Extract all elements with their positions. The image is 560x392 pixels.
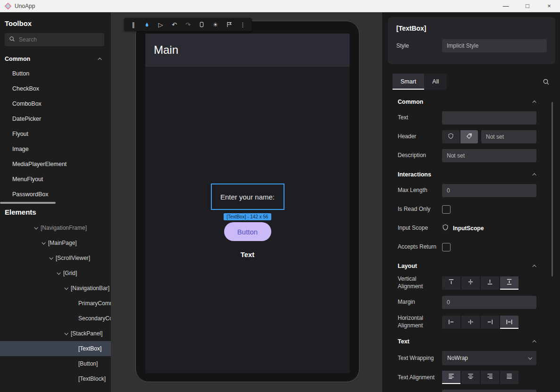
property-row-placeholder: Placeholder	[398, 390, 536, 392]
align-hcenter-button[interactable]	[461, 316, 480, 329]
device-frame-icon[interactable]	[197, 18, 206, 31]
placeholder-input[interactable]	[442, 390, 536, 392]
search-icon[interactable]	[543, 78, 550, 85]
tree-item[interactable]: [NavigationBar]	[0, 281, 111, 296]
header-input[interactable]	[481, 130, 536, 143]
tree-item[interactable]: SecondaryCo	[0, 311, 111, 326]
description-input[interactable]	[442, 149, 536, 162]
toolbox-scrollbar-thumb[interactable]	[0, 202, 56, 204]
text-align-justify-button[interactable]	[500, 371, 518, 384]
maximize-button[interactable]: □	[517, 0, 538, 12]
align-bottom-button[interactable]	[481, 276, 499, 290]
redo-icon[interactable]: ↷	[184, 18, 192, 31]
vertical-alignment-group	[442, 276, 518, 290]
section-common[interactable]: Common	[398, 95, 536, 108]
window-controls: — □ ×	[495, 0, 560, 12]
toolbox-item[interactable]: Image	[0, 142, 111, 157]
align-top-button[interactable]	[442, 276, 460, 290]
shield-icon	[448, 133, 454, 141]
chevron-up-icon	[532, 265, 536, 268]
minimize-button[interactable]: —	[495, 0, 517, 12]
header-literal-toggle[interactable]	[460, 130, 478, 143]
canvas-textblock[interactable]: Text	[241, 250, 255, 259]
header-property-label: Header	[398, 133, 442, 141]
navigation-bar[interactable]: Main	[145, 33, 350, 67]
guides-icon[interactable]	[225, 18, 234, 31]
tree-item[interactable]: [MainPage]	[0, 235, 111, 250]
canvas-textbox[interactable]: Enter your name:	[211, 183, 284, 210]
section-interactions[interactable]: Interactions	[398, 168, 536, 181]
tree-item-label: [NavigationBar]	[70, 285, 109, 292]
align-right-button[interactable]	[481, 316, 499, 329]
accepts-return-label: Accepts Return	[398, 243, 442, 251]
tree-item[interactable]: [Grid]	[0, 266, 111, 281]
max-length-input[interactable]	[442, 184, 536, 197]
text-input[interactable]	[442, 111, 536, 125]
toolbox-item[interactable]: CheckBox	[0, 81, 111, 96]
tree-item[interactable]: [TextBlock]	[0, 371, 111, 386]
align-vcenter-button[interactable]	[461, 276, 480, 290]
search-input[interactable]	[19, 36, 100, 43]
toolbox-search[interactable]	[5, 33, 104, 46]
close-button[interactable]: ×	[538, 0, 560, 12]
toolbox-item[interactable]: Button	[0, 66, 111, 81]
toolbox-item-label: Button	[12, 70, 29, 77]
text-align-right-button[interactable]	[481, 371, 499, 384]
tab-smart[interactable]: Smart	[393, 74, 424, 90]
toolbox-item[interactable]: MediaPlayerElement	[0, 157, 111, 172]
text-align-right-icon	[486, 373, 493, 382]
section-layout[interactable]: Layout	[398, 259, 536, 273]
toolbox-item[interactable]: MenuFlyout	[0, 172, 111, 187]
tree-item[interactable]: [Button]	[0, 356, 111, 371]
toolbox-list: Button CheckBox ComboBox DatePicker Flyo…	[0, 66, 111, 202]
toolbox-item[interactable]: ComboBox	[0, 96, 111, 111]
tree-item[interactable]: [ScrollViewer]	[0, 250, 111, 266]
theme-icon[interactable]: ☀	[211, 18, 220, 31]
margin-input[interactable]	[442, 296, 536, 309]
toolbox-section-common[interactable]: Common	[0, 52, 111, 66]
property-row-margin: Margin	[398, 296, 536, 309]
toolbox-item[interactable]: PasswordBox	[0, 187, 111, 202]
toolbox-item-label: MediaPlayerElement	[12, 161, 67, 167]
app-logo-icon	[5, 3, 11, 9]
play-icon[interactable]: ▷	[156, 18, 165, 31]
toolbox-item[interactable]: Flyout	[0, 126, 111, 142]
align-hstretch-button[interactable]	[500, 316, 518, 329]
text-alignment-group	[442, 371, 518, 384]
elements-title: Elements	[0, 202, 111, 220]
text-align-left-icon	[448, 373, 455, 382]
undo-icon[interactable]: ↶	[170, 18, 179, 31]
tree-item[interactable]: [NavigationFrame]	[0, 220, 111, 235]
header-binding-toggle[interactable]	[442, 130, 460, 143]
tree-item[interactable]: [TextBox]	[0, 341, 111, 356]
align-vstretch-button[interactable]	[500, 276, 518, 290]
chevron-down-icon	[32, 226, 40, 229]
style-input[interactable]	[442, 39, 547, 52]
tab-all[interactable]: All	[424, 74, 447, 90]
text-align-left-button[interactable]	[442, 371, 460, 384]
chevron-down-icon	[62, 332, 70, 335]
toolbox-item[interactable]: DatePicker	[0, 111, 111, 126]
canvas-button-label: Button	[237, 228, 258, 236]
text-align-center-button[interactable]	[461, 371, 480, 384]
align-left-button[interactable]	[442, 316, 460, 329]
toolbox-item-label: PasswordBox	[12, 191, 48, 198]
toolbox-item-label: CheckBox	[12, 85, 39, 92]
hot-reload-flame-icon[interactable]	[142, 18, 151, 31]
tree-item[interactable]: PrimaryComm	[0, 296, 111, 311]
titlebar: UnoApp — □ ×	[0, 0, 560, 12]
tree-item[interactable]: [StackPanel]	[0, 326, 111, 341]
section-text[interactable]: Text	[398, 335, 536, 348]
accepts-return-checkbox[interactable]	[442, 243, 451, 251]
toolbox-sidebar: Toolbox Common Button CheckBox ComboBox …	[0, 12, 111, 392]
canvas-button[interactable]: Button	[224, 222, 271, 241]
read-only-checkbox[interactable]	[442, 205, 451, 214]
drag-handle-icon[interactable]: ∥	[129, 18, 138, 31]
input-scope-value[interactable]: InputScope	[453, 225, 484, 232]
text-wrapping-dropdown[interactable]: NoWrap	[442, 351, 536, 365]
property-row-text-wrapping: Text Wrapping NoWrap	[398, 351, 536, 365]
chevron-up-icon	[532, 100, 536, 104]
more-icon[interactable]: ⋮	[238, 18, 247, 31]
inspector-scrollbar-thumb[interactable]	[552, 102, 553, 276]
section-common-title: Common	[398, 99, 423, 105]
